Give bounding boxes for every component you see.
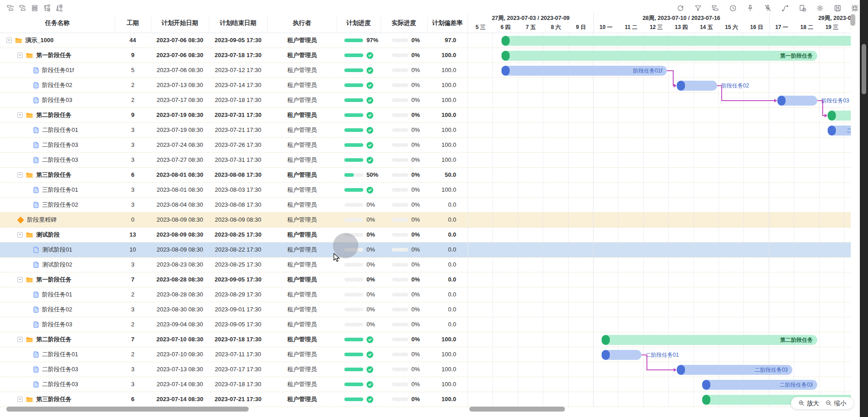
tree-down-icon[interactable] <box>43 4 51 12</box>
executor-cell: 租户管理员 <box>267 332 337 347</box>
actual-progress-bar <box>392 83 408 87</box>
gantt-bar-row-1[interactable] <box>502 36 851 46</box>
bar-label: 二阶段任务01 <box>646 350 679 360</box>
deviation-cell: 100.0 <box>427 362 468 377</box>
plan-progress-bar <box>344 323 363 326</box>
plan-progress-bar <box>344 293 363 296</box>
plan-progress-cell <box>337 108 381 122</box>
deviation-cell: 0.0 <box>427 228 468 242</box>
day-header: 20 四 <box>844 23 851 33</box>
complete-check-icon <box>366 112 373 119</box>
deviation-cell: 100.0 <box>427 63 468 78</box>
gantt-bar-row-23[interactable]: 二阶段任务03 <box>677 365 792 375</box>
zoom-out-button[interactable]: 缩小 <box>825 399 846 407</box>
duration-cell: 2 <box>115 78 151 92</box>
actual-progress-bar <box>392 39 408 42</box>
deviation-cell: 100.0 <box>427 183 468 197</box>
plan-start-cell: 2023-07-17 08:30 <box>151 93 209 107</box>
duration-cell: 3 <box>115 198 151 212</box>
column-divider <box>337 15 337 33</box>
gantt-bar-row-24[interactable]: 二阶段任务03 <box>702 380 817 390</box>
actual-progress-bar <box>392 398 408 401</box>
collapse-toggle[interactable]: − <box>17 53 23 58</box>
document-icon <box>34 306 39 313</box>
column-divider <box>209 15 209 33</box>
column-header-5: 执行者 <box>267 13 337 33</box>
plan-end-cell: 2023-07-21 17:30 <box>209 123 267 137</box>
bar-label: 二阶段任务01 <box>847 126 851 136</box>
collapse-toggle[interactable]: − <box>17 112 23 118</box>
gantt-bar-row-6[interactable] <box>828 111 851 121</box>
gantt-vertical-scrollbar[interactable] <box>850 14 855 26</box>
relation-line-icon[interactable] <box>781 4 789 12</box>
actual-progress-cell: 0% <box>381 392 427 407</box>
document-icon <box>34 127 39 133</box>
collapse-all-icon[interactable] <box>6 4 14 12</box>
task-name: 阶段任务03 <box>42 93 72 107</box>
duration-cell: 3 <box>115 257 151 272</box>
plan-progress-bar <box>344 158 363 162</box>
actual-progress-cell: 0% <box>381 153 427 167</box>
filter-icon[interactable] <box>694 4 702 12</box>
plan-progress-cell: 0% <box>337 302 381 317</box>
unpin-icon[interactable] <box>764 4 772 12</box>
collapse-toggle[interactable]: − <box>6 38 12 43</box>
plan-progress-bar <box>344 263 363 267</box>
plan-progress-cell: 0% <box>337 198 381 212</box>
collapse-toggle[interactable]: − <box>17 172 23 178</box>
actual-progress-value: 0% <box>411 347 420 362</box>
gantt-bar-row-3[interactable]: 阶段任务01f <box>502 66 667 76</box>
zoom-in-button[interactable]: 放大 <box>798 399 819 407</box>
document-icon <box>34 321 39 328</box>
window-vertical-scrollbar[interactable] <box>862 44 866 94</box>
plan-start-cell: 2023-08-01 08:30 <box>151 183 209 197</box>
hierarchy-icon[interactable] <box>711 4 719 12</box>
week-header-2: 28周, 2023-07-10 / 2023-07-16 <box>593 13 769 23</box>
gantt-bar-row-22[interactable] <box>602 350 641 360</box>
tree-up-icon[interactable] <box>55 4 63 12</box>
complete-check-icon <box>366 396 373 403</box>
collapse-screen-icon[interactable] <box>851 4 859 12</box>
duration-cell: 3 <box>115 138 151 152</box>
baseline-icon[interactable] <box>799 4 807 12</box>
gantt-bar-row-2[interactable]: 第一阶段任务 <box>502 51 817 61</box>
collapse-toggle[interactable]: − <box>17 337 23 342</box>
plan-progress-cell <box>337 347 381 362</box>
plan-end-cell: 2023-07-31 17:30 <box>209 153 267 167</box>
bar-start-cap <box>828 111 836 121</box>
gantt-project-app: 任务名称工期计划开始日期计划结束日期执行者计划进度实际进度计划偏差率 −演示_1… <box>0 0 868 417</box>
plan-progress-bar <box>344 203 363 207</box>
folder-icon <box>26 172 33 178</box>
expand-all-icon[interactable] <box>19 4 27 12</box>
gantt-bar-row-4[interactable] <box>677 81 717 91</box>
plan-start-cell: 2023-07-06 08:30 <box>151 33 209 48</box>
bar-start-cap <box>502 66 510 76</box>
executor-cell: 租户管理员 <box>267 138 337 152</box>
gantt-bar-row-21[interactable]: 第二阶段任务 <box>602 335 817 345</box>
table-horizontal-scrollbar[interactable] <box>6 407 249 412</box>
collapse-toggle[interactable]: − <box>17 277 23 282</box>
deviation-cell: 0.0 <box>427 198 468 212</box>
flat-list-icon[interactable] <box>31 4 39 12</box>
pin-icon[interactable] <box>746 4 754 12</box>
plan-progress-cell: 0% <box>337 317 381 332</box>
collapse-toggle[interactable]: − <box>17 232 23 238</box>
executor-cell: 租户管理员 <box>267 272 337 287</box>
plan-progress-cell <box>337 123 381 137</box>
deviation-cell: 0.0 <box>427 242 468 257</box>
gantt-bar-row-5[interactable] <box>777 96 817 106</box>
plan-end-cell: 2023-08-08 17:30 <box>209 198 267 212</box>
collapse-toggle[interactable]: − <box>17 397 23 402</box>
plan-progress-bar <box>344 353 363 356</box>
settings-icon[interactable] <box>816 4 824 12</box>
executor-cell: 租户管理员 <box>267 78 337 92</box>
day-gridline <box>769 33 769 407</box>
time-icon[interactable] <box>729 4 737 12</box>
day-header: 16 日 <box>744 23 769 33</box>
bar-start-cap <box>602 335 610 345</box>
day-header: 9 日 <box>569 23 593 33</box>
save-icon[interactable] <box>834 4 842 12</box>
day-gridline <box>819 33 820 407</box>
gantt-horizontal-scrollbar[interactable] <box>469 407 565 412</box>
refresh-icon[interactable] <box>676 4 685 12</box>
